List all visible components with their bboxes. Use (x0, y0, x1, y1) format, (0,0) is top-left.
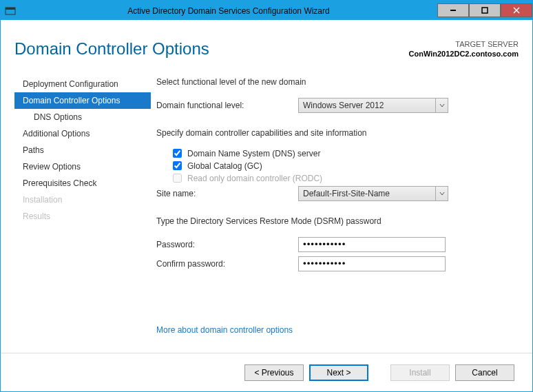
dns-checkbox-row: Domain Name System (DNS) server (173, 149, 519, 158)
target-server: TARGET SERVER ConWin2012DC2.contoso.com (409, 39, 519, 59)
chevron-down-icon (435, 187, 448, 200)
site-name-select[interactable]: Default-First-Site-Name (298, 186, 448, 201)
site-name-value: Default-First-Site-Name (303, 189, 390, 198)
password-input[interactable] (298, 237, 446, 252)
dns-checkbox-label: Domain Name System (DNS) server (187, 149, 320, 158)
chevron-down-icon (435, 99, 448, 112)
target-server-name: ConWin2012DC2.contoso.com (409, 49, 519, 59)
sidebar-item-results: Results (14, 208, 151, 225)
app-icon (1, 1, 20, 21)
sidebar-item-additional-options[interactable]: Additional Options (14, 125, 151, 142)
target-server-label: TARGET SERVER (409, 39, 519, 49)
confirm-password-input[interactable] (298, 256, 446, 271)
sidebar-item-domain-controller-options[interactable]: Domain Controller Options (14, 92, 151, 109)
sidebar-item-prerequisites-check[interactable]: Prerequisites Check (14, 175, 151, 192)
dns-checkbox[interactable] (173, 149, 182, 158)
gc-checkbox-label: Global Catalog (GC) (187, 161, 262, 171)
password-label: Password: (156, 240, 298, 249)
minimize-button[interactable] (437, 3, 469, 17)
section-capabilities: Specify domain controller capabilities a… (156, 128, 519, 138)
sidebar-item-installation: Installation (14, 192, 151, 208)
cancel-button[interactable]: Cancel (455, 364, 514, 381)
rodc-checkbox-row: Read only domain controller (RODC) (173, 174, 519, 183)
section-functional-level: Select functional level of the new domai… (156, 77, 519, 87)
previous-button[interactable]: < Previous (244, 364, 304, 381)
more-about-link[interactable]: More about domain controller options (156, 325, 293, 335)
sidebar-item-deployment-configuration[interactable]: Deployment Configuration (14, 76, 151, 92)
titlebar[interactable]: Active Directory Domain Services Configu… (1, 1, 532, 21)
sidebar-item-dns-options[interactable]: DNS Options (14, 109, 151, 125)
close-button[interactable] (501, 3, 532, 17)
gc-checkbox-row: Global Catalog (GC) (173, 161, 519, 171)
svg-rect-3 (482, 8, 488, 13)
rodc-checkbox-label: Read only domain controller (RODC) (187, 174, 322, 183)
domain-functional-level-value: Windows Server 2012 (303, 101, 384, 110)
main-pane: Select functional level of the new domai… (151, 73, 519, 276)
page-title: Domain Controller Options (14, 39, 209, 59)
next-button[interactable]: Next > (309, 364, 368, 381)
footer: < Previous Next > Install Cancel (1, 353, 532, 391)
install-button: Install (390, 364, 450, 381)
sidebar: Deployment Configuration Domain Controll… (14, 73, 151, 276)
sidebar-item-paths[interactable]: Paths (14, 142, 151, 158)
domain-functional-level-select[interactable]: Windows Server 2012 (298, 98, 448, 113)
section-dsrm: Type the Directory Services Restore Mode… (156, 216, 519, 226)
confirm-password-label: Confirm password: (156, 259, 298, 269)
domain-functional-level-label: Domain functional level: (156, 101, 298, 110)
svg-rect-1 (6, 8, 15, 10)
gc-checkbox[interactable] (173, 161, 182, 170)
sidebar-item-review-options[interactable]: Review Options (14, 158, 151, 175)
window-title: Active Directory Domain Services Configu… (20, 6, 437, 16)
rodc-checkbox (173, 174, 182, 183)
site-name-label: Site name: (156, 189, 298, 198)
maximize-button[interactable] (469, 3, 501, 17)
